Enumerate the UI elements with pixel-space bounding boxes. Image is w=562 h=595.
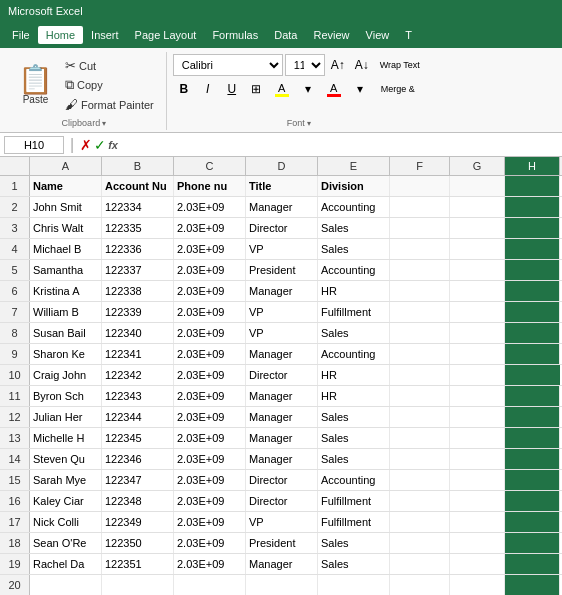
cell-12-g[interactable]	[450, 407, 505, 427]
cell-13-c[interactable]: 2.03E+09	[174, 428, 246, 448]
merge-cells-btn[interactable]: Merge &	[373, 78, 423, 100]
cell-3-g[interactable]	[450, 218, 505, 238]
cell-11-c[interactable]: 2.03E+09	[174, 386, 246, 406]
cell-7-a[interactable]: William B	[30, 302, 102, 322]
cell-5-a[interactable]: Samantha	[30, 260, 102, 280]
menu-insert[interactable]: Insert	[83, 26, 127, 44]
cell-19-e[interactable]: Sales	[318, 554, 390, 574]
col-header-c[interactable]: C	[174, 157, 246, 175]
cell-16-g[interactable]	[450, 491, 505, 511]
cell-15-a[interactable]: Sarah Mye	[30, 470, 102, 490]
cell-12-a[interactable]: Julian Her	[30, 407, 102, 427]
cell-20-h[interactable]	[505, 575, 560, 595]
cell-3-f[interactable]	[390, 218, 450, 238]
menu-extra[interactable]: T	[397, 26, 420, 44]
cell-18-a[interactable]: Sean O'Re	[30, 533, 102, 553]
cell-20-e[interactable]	[318, 575, 390, 595]
col-header-a[interactable]: A	[30, 157, 102, 175]
cell-18-e[interactable]: Sales	[318, 533, 390, 553]
copy-button[interactable]: ⧉ Copy	[61, 75, 158, 95]
cell-7-g[interactable]	[450, 302, 505, 322]
cell-10-e[interactable]: HR	[318, 365, 390, 385]
col-header-f[interactable]: F	[390, 157, 450, 175]
cell-3-d[interactable]: Director	[246, 218, 318, 238]
cell-18-f[interactable]	[390, 533, 450, 553]
cell-8-a[interactable]: Susan Bail	[30, 323, 102, 343]
cell-2-b[interactable]: 122334	[102, 197, 174, 217]
cell-3-b[interactable]: 122335	[102, 218, 174, 238]
cell-6-c[interactable]: 2.03E+09	[174, 281, 246, 301]
cell-1-a[interactable]: Name	[30, 176, 102, 196]
cell-14-g[interactable]	[450, 449, 505, 469]
cell-10-a[interactable]: Craig John	[30, 365, 102, 385]
cell-14-e[interactable]: Sales	[318, 449, 390, 469]
cell-1-e[interactable]: Division	[318, 176, 390, 196]
cell-19-h[interactable]	[505, 554, 560, 574]
col-header-h[interactable]: H	[505, 157, 560, 175]
font-color-dropdown[interactable]: ▾	[349, 78, 371, 100]
cell-16-f[interactable]	[390, 491, 450, 511]
cell-12-h[interactable]	[505, 407, 560, 427]
cell-16-h[interactable]	[505, 491, 560, 511]
cell-9-d[interactable]: Manager	[246, 344, 318, 364]
cell-6-h[interactable]	[505, 281, 560, 301]
clipboard-expand-icon[interactable]: ▾	[102, 119, 106, 128]
cell-8-g[interactable]	[450, 323, 505, 343]
font-name-select[interactable]: Calibri	[173, 54, 283, 76]
cell-2-e[interactable]: Accounting	[318, 197, 390, 217]
cell-14-b[interactable]: 122346	[102, 449, 174, 469]
cell-17-b[interactable]: 122349	[102, 512, 174, 532]
cell-4-f[interactable]	[390, 239, 450, 259]
menu-review[interactable]: Review	[305, 26, 357, 44]
cell-19-c[interactable]: 2.03E+09	[174, 554, 246, 574]
cell-12-c[interactable]: 2.03E+09	[174, 407, 246, 427]
cell-13-f[interactable]	[390, 428, 450, 448]
cell-18-b[interactable]: 122350	[102, 533, 174, 553]
cell-11-b[interactable]: 122343	[102, 386, 174, 406]
cell-17-g[interactable]	[450, 512, 505, 532]
fill-color-dropdown[interactable]: ▾	[297, 78, 319, 100]
cell-11-e[interactable]: HR	[318, 386, 390, 406]
cell-11-g[interactable]	[450, 386, 505, 406]
cell-3-a[interactable]: Chris Walt	[30, 218, 102, 238]
cell-20-f[interactable]	[390, 575, 450, 595]
cell-9-h[interactable]	[505, 344, 560, 364]
cell-2-g[interactable]	[450, 197, 505, 217]
col-header-e[interactable]: E	[318, 157, 390, 175]
cell-14-f[interactable]	[390, 449, 450, 469]
cell-2-a[interactable]: John Smit	[30, 197, 102, 217]
cell-15-c[interactable]: 2.03E+09	[174, 470, 246, 490]
cell-11-d[interactable]: Manager	[246, 386, 318, 406]
cell-20-g[interactable]	[450, 575, 505, 595]
cell-4-d[interactable]: VP	[246, 239, 318, 259]
cell-18-g[interactable]	[450, 533, 505, 553]
font-color-button[interactable]: A	[321, 78, 347, 100]
cell-20-d[interactable]	[246, 575, 318, 595]
cell-9-c[interactable]: 2.03E+09	[174, 344, 246, 364]
cell-11-a[interactable]: Byron Sch	[30, 386, 102, 406]
cell-14-c[interactable]: 2.03E+09	[174, 449, 246, 469]
cell-3-e[interactable]: Sales	[318, 218, 390, 238]
bold-button[interactable]: B	[173, 78, 195, 100]
cell-15-g[interactable]	[450, 470, 505, 490]
border-button[interactable]: ⊞	[245, 78, 267, 100]
confirm-icon[interactable]: ✓	[94, 137, 106, 153]
cell-1-c[interactable]: Phone nu	[174, 176, 246, 196]
format-painter-button[interactable]: 🖌 Format Painter	[61, 95, 158, 114]
cell-1-b[interactable]: Account Nu	[102, 176, 174, 196]
cell-7-f[interactable]	[390, 302, 450, 322]
cell-4-h[interactable]	[505, 239, 560, 259]
cell-5-h[interactable]	[505, 260, 560, 280]
function-icon[interactable]: fx	[108, 139, 118, 151]
cell-16-b[interactable]: 122348	[102, 491, 174, 511]
name-box[interactable]	[4, 136, 64, 154]
underline-button[interactable]: U	[221, 78, 243, 100]
cell-8-b[interactable]: 122340	[102, 323, 174, 343]
col-header-d[interactable]: D	[246, 157, 318, 175]
cell-12-d[interactable]: Manager	[246, 407, 318, 427]
cell-10-b[interactable]: 122342	[102, 365, 174, 385]
cell-3-c[interactable]: 2.03E+09	[174, 218, 246, 238]
cell-7-h[interactable]	[505, 302, 560, 322]
menu-home[interactable]: Home	[38, 26, 83, 44]
menu-page-layout[interactable]: Page Layout	[127, 26, 205, 44]
